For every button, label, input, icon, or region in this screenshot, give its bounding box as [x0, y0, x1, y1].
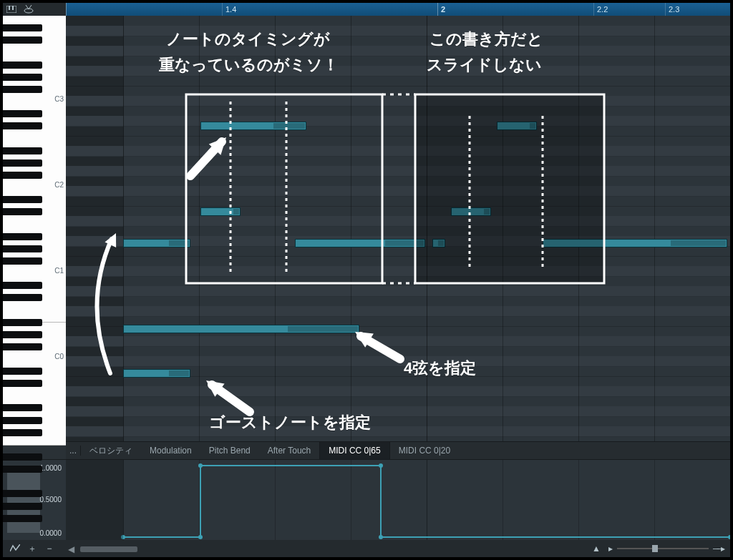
- lane-more-button[interactable]: ...: [66, 446, 81, 456]
- grid-row: [66, 186, 730, 197]
- black-key[interactable]: [3, 122, 42, 129]
- drum-mode-icon[interactable]: [20, 3, 37, 16]
- grid-row: [66, 206, 730, 217]
- midi-note[interactable]: [295, 239, 425, 247]
- horizontal-zoom-slider[interactable]: ▸──▸: [608, 545, 723, 552]
- bottom-toolbar: ＋ − ◀ ▲ ▸──▸: [3, 540, 730, 557]
- timeline-ruler[interactable]: 1.422.22.3: [66, 3, 730, 16]
- grid-row: [66, 96, 730, 107]
- piano-keyboard[interactable]: C3C2C1C0: [3, 16, 67, 443]
- black-key[interactable]: [3, 282, 42, 289]
- black-key[interactable]: [3, 196, 42, 203]
- grid-row: [66, 396, 730, 407]
- black-key[interactable]: [3, 74, 42, 81]
- scale-max: 1.0000: [39, 464, 62, 472]
- black-key[interactable]: [3, 245, 42, 252]
- black-key[interactable]: [3, 331, 42, 338]
- ruler-tick: [66, 3, 69, 16]
- grid-row: [66, 276, 730, 287]
- grid-row: [66, 116, 730, 127]
- midi-note[interactable]: [123, 325, 359, 333]
- annotation-overlap-line1: ノートのタイミングが: [166, 29, 330, 50]
- lane-selector-row: ... ベロシティModulationPitch BendAfter Touch…: [66, 441, 730, 460]
- black-key[interactable]: [3, 380, 42, 387]
- black-key[interactable]: [3, 24, 42, 31]
- black-key[interactable]: [3, 429, 42, 436]
- note-grid[interactable]: [66, 16, 730, 443]
- black-key[interactable]: [3, 319, 42, 326]
- ruler-tick: 1.4: [222, 3, 236, 16]
- grid-line: [123, 16, 124, 443]
- black-key[interactable]: [3, 36, 42, 44]
- grid-row: [66, 356, 730, 367]
- annotation-noslide-line1: この書き方だと: [429, 29, 543, 50]
- black-key[interactable]: [3, 343, 42, 350]
- black-key[interactable]: [3, 294, 42, 301]
- svg-point-9: [379, 463, 383, 468]
- black-key[interactable]: [3, 466, 42, 473]
- scroll-thumb[interactable]: [80, 546, 137, 552]
- midi-note[interactable]: [200, 122, 306, 130]
- black-key[interactable]: [3, 62, 42, 69]
- lane-tab[interactable]: MIDI CC 0|65: [319, 442, 389, 459]
- black-key[interactable]: [3, 490, 42, 497]
- grid-row: [66, 406, 730, 417]
- lane-tab[interactable]: After Touch: [259, 442, 319, 459]
- svg-point-7: [198, 535, 203, 539]
- lane-tab[interactable]: Modulation: [141, 442, 200, 459]
- midi-note[interactable]: [497, 122, 537, 130]
- lane-tab[interactable]: MIDI CC 0|20: [390, 442, 459, 459]
- scale-mid: 0.5000: [39, 496, 62, 503]
- annotation-noslide-line2: スライドしない: [427, 54, 542, 76]
- black-key[interactable]: [3, 233, 42, 240]
- grid-row: [66, 376, 730, 387]
- grid-row: [66, 176, 730, 187]
- black-key[interactable]: [3, 147, 42, 154]
- black-key[interactable]: [3, 503, 42, 510]
- grid-row: [66, 346, 730, 357]
- automation-mode-icon[interactable]: [10, 544, 20, 553]
- scroll-left-icon[interactable]: ◀: [66, 544, 76, 554]
- black-key[interactable]: [3, 404, 42, 411]
- grid-row: [66, 296, 730, 307]
- black-key[interactable]: [3, 208, 42, 215]
- grid-row: [66, 146, 730, 157]
- automation-pane[interactable]: [66, 459, 730, 540]
- pre-roll-shade: [66, 460, 123, 540]
- grid-row: [66, 386, 730, 397]
- black-key[interactable]: [3, 110, 42, 117]
- midi-note[interactable]: [543, 239, 727, 247]
- svg-rect-1: [9, 6, 10, 10]
- black-key[interactable]: [3, 172, 42, 179]
- grid-row: [66, 106, 730, 117]
- midi-note[interactable]: [123, 369, 190, 378]
- grid-row: [66, 16, 730, 26]
- grid-row: [66, 266, 730, 277]
- black-key[interactable]: [3, 515, 42, 522]
- ruler-tick: 2.3: [665, 3, 679, 16]
- remove-lane-icon[interactable]: −: [44, 544, 54, 554]
- svg-point-10: [379, 535, 383, 539]
- midi-note[interactable]: [432, 239, 445, 247]
- midi-note[interactable]: [200, 207, 241, 216]
- horizontal-scrollbar[interactable]: ◀: [66, 544, 601, 554]
- grid-row: [66, 216, 730, 227]
- lane-tab[interactable]: ベロシティ: [81, 442, 141, 459]
- black-key[interactable]: [3, 368, 42, 375]
- octave-label: C3: [54, 95, 64, 103]
- octave-label: C2: [54, 181, 64, 189]
- grid-line: [275, 16, 276, 443]
- grid-row: [66, 416, 730, 427]
- midi-note[interactable]: [123, 239, 190, 247]
- black-key[interactable]: [3, 86, 42, 93]
- black-key[interactable]: [3, 159, 42, 167]
- grid-row: [66, 136, 730, 147]
- piano-roll-mode-icon[interactable]: [3, 3, 20, 16]
- lane-tab[interactable]: Pitch Bend: [200, 442, 259, 459]
- black-key[interactable]: [3, 417, 42, 424]
- midi-note[interactable]: [451, 207, 491, 216]
- black-key[interactable]: [3, 453, 42, 461]
- add-lane-icon[interactable]: ＋: [27, 543, 37, 555]
- black-key[interactable]: [3, 257, 42, 265]
- grid-row: [66, 306, 730, 317]
